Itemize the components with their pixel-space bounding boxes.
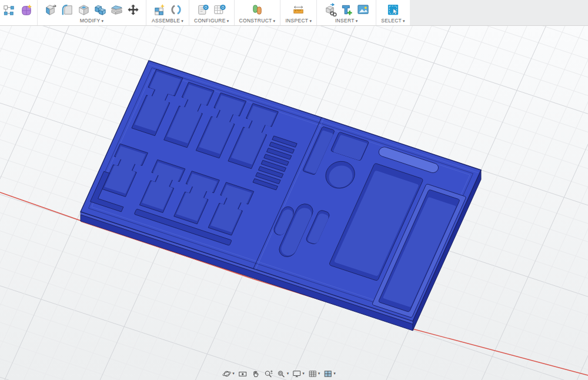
- chevron-down-icon: ▾: [227, 18, 229, 24]
- toolbar-group-construct: CONSTRUCT▾: [234, 0, 280, 25]
- insert-fastener-icon[interactable]: [338, 1, 355, 18]
- group-label-insert[interactable]: INSERT▾: [335, 18, 358, 24]
- configuration-table-icon[interactable]: [212, 1, 228, 18]
- navigation-bar: ▾▾▾▾▾: [220, 368, 337, 379]
- toolbar-groups: MODIFY▾ASSEMBLE▾CONFIGURE▾CONSTRUCT▾INSP…: [37, 0, 410, 25]
- chevron-down-icon: ▾: [273, 18, 276, 24]
- new-component-icon[interactable]: [151, 1, 168, 18]
- chevron-down-icon: ▾: [318, 371, 320, 376]
- zoom-icon[interactable]: [262, 369, 275, 379]
- group-label-assemble[interactable]: ASSEMBLE▾: [152, 18, 183, 24]
- select-window-icon[interactable]: [385, 1, 402, 18]
- chevron-down-icon: ▾: [181, 18, 183, 24]
- chevron-down-icon: ▾: [403, 18, 405, 24]
- fillet-icon[interactable]: [59, 1, 75, 18]
- measure-icon[interactable]: [290, 1, 307, 18]
- group-label-text: CONSTRUCT: [239, 18, 272, 24]
- group-label-text: INSPECT: [285, 18, 308, 24]
- shell-icon[interactable]: [75, 1, 92, 18]
- toolbar-group-insert: INSERT▾: [316, 0, 376, 25]
- viewport: ▾▾▾▾▾: [0, 26, 588, 380]
- group-label-select[interactable]: SELECT▾: [381, 18, 405, 24]
- insert-canvas-icon[interactable]: [355, 1, 371, 18]
- toolbar: MODIFY▾ASSEMBLE▾CONFIGURE▾CONSTRUCT▾INSP…: [0, 0, 588, 26]
- fit-icon[interactable]: ▾: [275, 369, 290, 379]
- display-settings-icon[interactable]: ▾: [290, 369, 306, 379]
- configuration-icon[interactable]: [195, 1, 212, 18]
- viewports-icon[interactable]: ▾: [322, 369, 337, 379]
- group-label-construct[interactable]: CONSTRUCT▾: [239, 18, 276, 24]
- move-copy-icon[interactable]: [125, 1, 141, 18]
- pan-icon[interactable]: [249, 369, 262, 379]
- combine-icon[interactable]: [92, 1, 108, 18]
- group-label-configure[interactable]: CONFIGURE▾: [194, 18, 229, 24]
- create-form-icon[interactable]: [18, 1, 35, 19]
- chevron-down-icon: ▾: [102, 18, 104, 24]
- box-select-icon[interactable]: [1, 1, 18, 19]
- chevron-down-icon: ▾: [287, 371, 289, 376]
- insert-derive-icon[interactable]: [322, 1, 338, 18]
- chevron-down-icon: ▾: [333, 371, 336, 376]
- toolbar-group-modify: MODIFY▾: [37, 0, 146, 25]
- group-label-text: ASSEMBLE: [152, 18, 180, 24]
- scene-3d-canvas[interactable]: [0, 26, 588, 380]
- chevron-down-icon: ▾: [302, 371, 305, 376]
- look-at-icon[interactable]: [236, 369, 249, 379]
- group-label-text: INSERT: [335, 18, 355, 24]
- split-body-icon[interactable]: [108, 1, 125, 18]
- toolbar-group-configure: CONFIGURE▾: [189, 0, 234, 25]
- toolbar-group-select: SELECT▾: [376, 0, 410, 25]
- chevron-down-icon: ▾: [356, 18, 358, 24]
- group-label-text: CONFIGURE: [194, 18, 226, 24]
- chevron-down-icon: ▾: [232, 371, 235, 376]
- group-label-modify[interactable]: MODIFY▾: [80, 18, 104, 24]
- press-pull-icon[interactable]: [42, 1, 59, 18]
- toolbar-standalone-icons: [0, 0, 37, 25]
- fusion-window: MODIFY▾ASSEMBLE▾CONFIGURE▾CONSTRUCT▾INSP…: [0, 0, 588, 380]
- toolbar-group-inspect: INSPECT▾: [280, 0, 316, 25]
- toolbar-empty-area: [410, 0, 588, 25]
- grid-snaps-icon[interactable]: ▾: [306, 369, 322, 379]
- joint-icon[interactable]: [168, 1, 184, 18]
- orbit-icon[interactable]: ▾: [220, 369, 236, 379]
- toolbar-group-assemble: ASSEMBLE▾: [146, 0, 189, 25]
- group-label-text: MODIFY: [80, 18, 101, 24]
- chevron-down-icon: ▾: [309, 18, 312, 24]
- group-label-inspect[interactable]: INSPECT▾: [285, 18, 312, 24]
- group-label-text: SELECT: [381, 18, 402, 24]
- construct-plane-icon[interactable]: [249, 1, 265, 18]
